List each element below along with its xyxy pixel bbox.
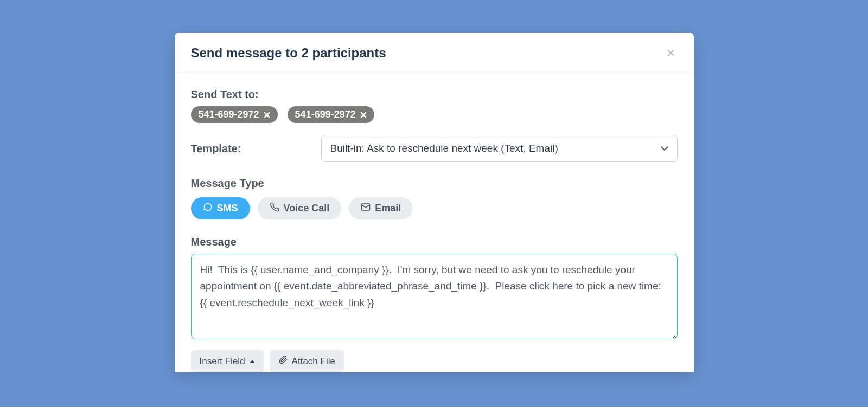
recipient-number: 541-699-2972 bbox=[295, 109, 356, 120]
close-icon: × bbox=[666, 44, 675, 61]
template-select-wrap: Built-in: Ask to reschedule next week (T… bbox=[321, 135, 678, 162]
message-label: Message bbox=[191, 236, 678, 248]
action-row: Insert Field Attach File bbox=[191, 350, 678, 372]
caret-up-icon bbox=[250, 360, 255, 363]
remove-recipient-icon[interactable] bbox=[264, 112, 270, 118]
template-row: Template: Built-in: Ask to reschedule ne… bbox=[191, 135, 678, 162]
modal-title: Send message to 2 participants bbox=[191, 46, 386, 61]
message-type-voice[interactable]: Voice Call bbox=[258, 197, 342, 219]
email-icon bbox=[361, 202, 371, 215]
remove-recipient-icon[interactable] bbox=[360, 112, 367, 118]
message-textarea[interactable] bbox=[191, 254, 678, 339]
phone-icon bbox=[270, 202, 279, 215]
modal-body: Send Text to: 541-699-2972 541-699-2972 … bbox=[175, 72, 694, 372]
attach-file-button[interactable]: Attach File bbox=[270, 350, 344, 372]
template-label: Template: bbox=[191, 143, 310, 155]
paperclip-icon bbox=[279, 356, 288, 367]
sms-icon bbox=[203, 202, 213, 215]
send-message-modal: Send message to 2 participants × Send Te… bbox=[175, 33, 694, 372]
modal-header: Send message to 2 participants × bbox=[175, 33, 694, 72]
send-to-label: Send Text to: bbox=[191, 88, 678, 101]
message-type-sms[interactable]: SMS bbox=[191, 197, 250, 219]
recipient-chip[interactable]: 541-699-2972 bbox=[288, 106, 374, 123]
insert-field-button[interactable]: Insert Field bbox=[191, 350, 264, 372]
recipient-number: 541-699-2972 bbox=[199, 109, 259, 120]
recipient-chip[interactable]: 541-699-2972 bbox=[191, 106, 278, 123]
pill-label: Voice Call bbox=[284, 203, 330, 214]
pill-label: Email bbox=[375, 203, 401, 214]
pill-label: SMS bbox=[217, 203, 238, 214]
button-label: Attach File bbox=[292, 356, 335, 367]
button-label: Insert Field bbox=[200, 356, 245, 367]
message-type-group: SMS Voice Call Email bbox=[191, 197, 678, 219]
template-select[interactable]: Built-in: Ask to reschedule next week (T… bbox=[321, 135, 678, 162]
message-type-email[interactable]: Email bbox=[349, 197, 413, 219]
recipient-chips: 541-699-2972 541-699-2972 bbox=[191, 106, 678, 123]
message-type-label: Message Type bbox=[191, 177, 678, 190]
close-button[interactable]: × bbox=[664, 46, 677, 61]
